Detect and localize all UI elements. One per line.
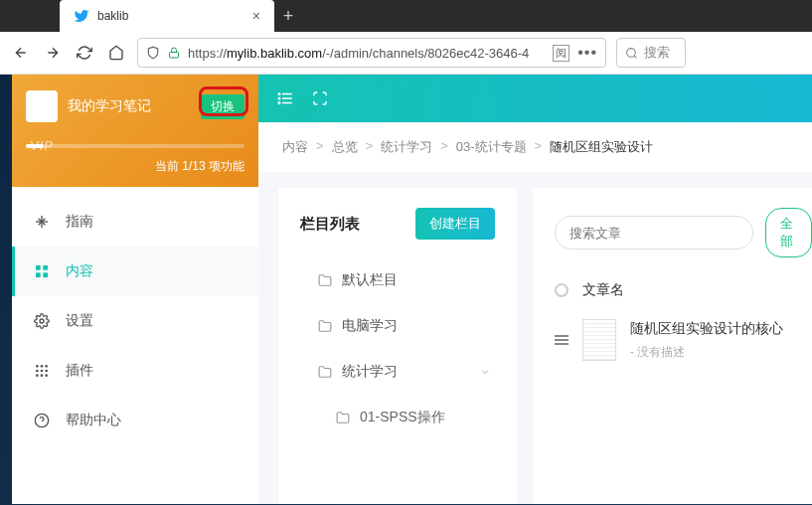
svg-point-12 [41, 365, 44, 368]
back-button[interactable] [10, 42, 32, 64]
article-panel: 全部 文章名 随机区组实验设计的核心- 没有描述 [533, 188, 812, 504]
chevron-down-icon [479, 366, 491, 378]
breadcrumb-separator: > [316, 138, 324, 156]
workspace-title: 我的学习笔记 [68, 97, 191, 115]
column-panel: 栏目列表 创建栏目 默认栏目电脑学习统计学习01-SPSS操作 [278, 188, 517, 504]
article-list-header: 文章名 [555, 281, 812, 299]
breadcrumb: 内容>总览>统计学习>03-统计专题>随机区组实验设计 [258, 122, 812, 172]
sidebar-item-label: 设置 [66, 312, 93, 330]
folder-item[interactable]: 电脑学习 [300, 303, 495, 349]
address-bar[interactable]: https://mylib.baklib.com/-/admin/channel… [137, 38, 606, 68]
folder-icon [318, 365, 332, 379]
breadcrumb-item[interactable]: 统计学习 [381, 138, 432, 156]
select-all-radio[interactable] [555, 283, 568, 297]
article-search[interactable] [555, 216, 753, 250]
url-text: https://mylib.baklib.com/-/admin/channel… [188, 46, 545, 61]
folder-item[interactable]: 统计学习 [300, 349, 495, 395]
folder-icon [318, 273, 332, 287]
filter-all-button[interactable]: 全部 [765, 208, 812, 257]
forward-button[interactable] [42, 42, 64, 64]
breadcrumb-item[interactable]: 03-统计专题 [456, 138, 527, 156]
browser-search[interactable]: 搜索 [616, 38, 686, 68]
svg-point-1 [627, 48, 636, 57]
help-icon [34, 413, 50, 428]
article-description: - 没有描述 [630, 344, 812, 361]
folder-icon [318, 319, 332, 333]
svg-rect-9 [43, 272, 48, 277]
sidebar-item-help[interactable]: 帮助中心 [12, 396, 258, 445]
reader-mode-icon[interactable]: 阅 [553, 45, 569, 62]
svg-point-13 [45, 365, 48, 368]
svg-point-15 [41, 370, 44, 373]
folder-label: 统计学习 [342, 363, 398, 381]
column-list-title: 栏目列表 [300, 215, 360, 234]
new-tab-button[interactable]: + [274, 0, 302, 32]
sidebar-item-label: 插件 [66, 362, 93, 380]
drag-handle-icon[interactable] [555, 335, 568, 345]
svg-point-14 [36, 370, 39, 373]
close-icon[interactable]: × [252, 8, 260, 24]
article-row[interactable]: 随机区组实验设计的核心- 没有描述 [555, 319, 812, 361]
folder-label: 默认栏目 [342, 271, 398, 289]
workspace-card: 我的学习笔记 切换 VIP 当前 1/13 项功能 [12, 75, 258, 187]
workspace-avatar [26, 90, 58, 122]
folder-label: 01-SPSS操作 [360, 409, 445, 426]
sidebar-item-guide[interactable]: 指南 [12, 197, 258, 247]
home-button[interactable] [105, 42, 127, 64]
svg-rect-7 [43, 265, 48, 270]
breadcrumb-separator: > [535, 138, 543, 156]
sidebar-item-label: 指南 [66, 213, 93, 231]
browser-tab[interactable]: baklib × [60, 0, 274, 32]
bird-icon [74, 8, 89, 24]
create-column-button[interactable]: 创建栏目 [415, 208, 495, 240]
shield-icon [146, 46, 160, 60]
svg-point-11 [36, 365, 39, 368]
usage-status: 当前 1/13 项功能 [26, 158, 244, 175]
main-toolbar [258, 75, 812, 122]
guide-icon [34, 214, 50, 230]
apps-icon [34, 363, 50, 379]
svg-rect-6 [36, 265, 41, 270]
reload-button[interactable] [74, 42, 95, 64]
svg-point-16 [45, 370, 48, 373]
search-input[interactable] [569, 226, 736, 241]
content-icon [34, 263, 50, 279]
folder-item[interactable]: 默认栏目 [300, 257, 495, 303]
sidebar-item-gear[interactable]: 设置 [12, 296, 258, 346]
fullscreen-icon[interactable] [312, 90, 328, 106]
article-title: 随机区组实验设计的核心 [630, 320, 812, 338]
page-actions-icon[interactable]: ••• [577, 44, 597, 62]
svg-rect-0 [170, 53, 179, 59]
svg-point-25 [278, 93, 280, 95]
sidebar-item-label: 帮助中心 [66, 412, 121, 429]
svg-point-27 [278, 102, 280, 104]
svg-point-10 [40, 319, 44, 323]
breadcrumb-item[interactable]: 内容 [282, 138, 308, 156]
sidebar-item-content[interactable]: 内容 [12, 247, 258, 296]
usage-bar [26, 144, 244, 148]
svg-point-26 [278, 97, 280, 99]
sidebar-item-apps[interactable]: 插件 [12, 346, 258, 396]
svg-point-19 [45, 374, 48, 377]
article-thumbnail [582, 319, 616, 361]
switch-workspace-button[interactable]: 切换 [201, 94, 244, 119]
breadcrumb-item[interactable]: 总览 [332, 138, 358, 156]
sidebar-item-label: 内容 [66, 262, 93, 280]
breadcrumb-separator: > [440, 138, 448, 156]
list-icon[interactable] [276, 89, 294, 107]
search-icon [625, 47, 638, 60]
svg-rect-8 [36, 272, 41, 277]
folder-label: 电脑学习 [342, 317, 398, 335]
svg-point-17 [36, 374, 39, 377]
folder-item[interactable]: 01-SPSS操作 [300, 395, 495, 440]
svg-point-18 [41, 374, 44, 377]
lock-icon [168, 47, 180, 59]
tab-title: baklib [97, 9, 244, 23]
breadcrumb-item: 随机区组实验设计 [550, 138, 653, 156]
gear-icon [34, 313, 50, 329]
folder-icon [336, 411, 350, 424]
breadcrumb-separator: > [366, 138, 374, 156]
